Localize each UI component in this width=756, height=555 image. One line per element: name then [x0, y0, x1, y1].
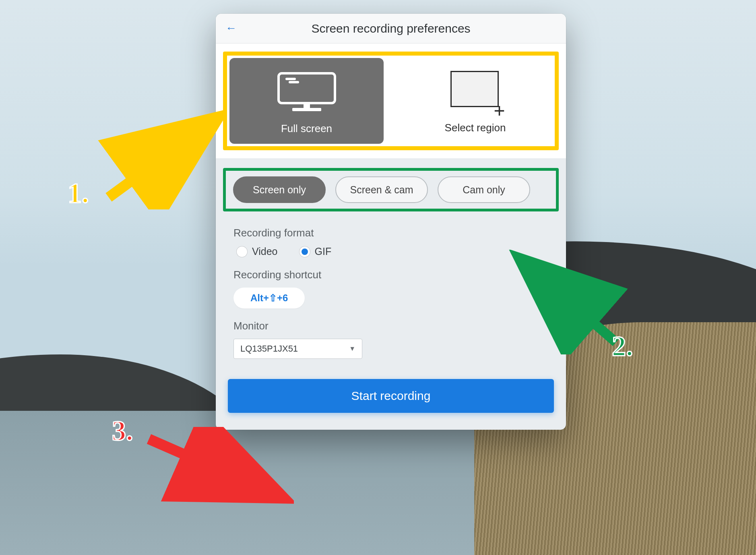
annotation-number-1: 1.	[68, 177, 89, 209]
screen-only-label: Screen only	[253, 184, 306, 196]
screen-and-cam-label: Screen & cam	[350, 184, 413, 196]
screen-recording-dialog: ← Screen recording preferences F	[216, 14, 566, 430]
annotation-number-3: 3.	[112, 415, 133, 447]
back-arrow-icon[interactable]: ←	[225, 23, 237, 34]
chevron-down-icon: ▼	[349, 345, 355, 352]
annotation-arrow-2	[507, 250, 628, 354]
svg-line-10	[149, 439, 278, 495]
svg-line-6	[109, 121, 213, 197]
format-video-label: Video	[252, 246, 278, 257]
highlight-box-1: Full screen + Select region	[223, 52, 559, 150]
radio-checked-icon	[300, 246, 310, 257]
dialog-header: ← Screen recording preferences	[216, 14, 566, 43]
start-recording-button[interactable]: Start recording	[228, 379, 554, 413]
start-recording-label: Start recording	[351, 389, 431, 403]
recording-format-label: Recording format	[233, 227, 548, 239]
dialog-title: Screen recording preferences	[227, 22, 555, 35]
monitor-selected-value: LQ135P1JX51	[240, 344, 298, 354]
svg-rect-3	[304, 103, 310, 108]
screen-and-cam-pill[interactable]: Screen & cam	[335, 176, 428, 203]
format-gif-radio[interactable]: GIF	[300, 246, 332, 257]
format-video-radio[interactable]: Video	[237, 246, 278, 257]
highlight-box-2: Screen only Screen & cam Cam only	[223, 168, 559, 211]
shortcut-text: Alt+⇧+6	[250, 292, 288, 304]
region-icon: +	[447, 71, 504, 115]
svg-rect-4	[292, 108, 321, 111]
capture-area-section: Full screen + Select region	[216, 43, 566, 158]
select-region-option[interactable]: + Select region	[398, 58, 552, 144]
monitor-label: Monitor	[233, 320, 548, 332]
format-gif-label: GIF	[315, 246, 332, 257]
cam-only-label: Cam only	[463, 184, 505, 196]
select-region-label: Select region	[445, 122, 506, 134]
recording-shortcut-label: Recording shortcut	[233, 269, 548, 281]
full-screen-option[interactable]: Full screen	[229, 58, 384, 144]
svg-line-8	[523, 262, 616, 342]
screen-only-pill[interactable]: Screen only	[233, 176, 326, 203]
monitor-icon	[275, 70, 339, 116]
annotation-arrow-1	[97, 105, 225, 209]
recording-format-group: Video GIF	[233, 246, 548, 257]
radio-icon	[237, 246, 247, 257]
source-section: Screen only Screen & cam Cam only	[216, 158, 566, 215]
annotation-number-2: 2.	[612, 330, 633, 362]
monitor-select[interactable]: LQ135P1JX51 ▼	[233, 339, 362, 359]
recording-shortcut-value[interactable]: Alt+⇧+6	[233, 288, 305, 309]
annotation-arrow-3	[141, 427, 294, 507]
cam-only-pill[interactable]: Cam only	[438, 176, 530, 203]
full-screen-label: Full screen	[281, 122, 332, 135]
